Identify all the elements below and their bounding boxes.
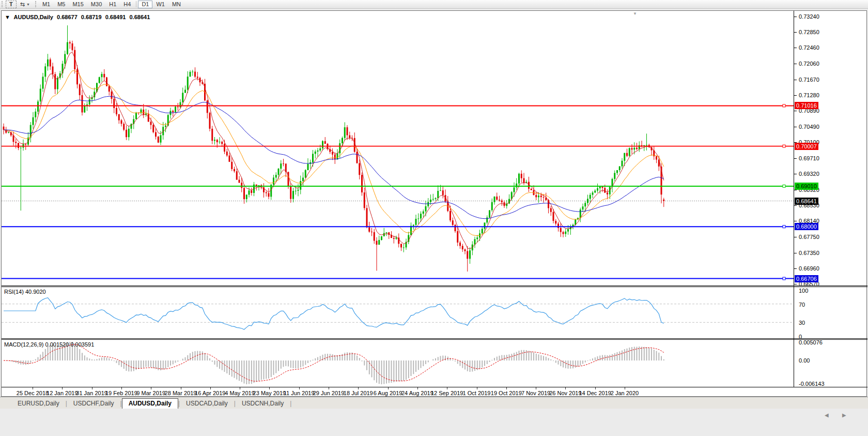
date-label: 23 May 2019 <box>253 390 286 396</box>
panel-separator[interactable] <box>2 387 867 387</box>
candle-body <box>135 113 137 119</box>
candle-body <box>344 127 346 138</box>
chart-tab-usdchf[interactable]: USDCHF,Daily <box>67 399 120 409</box>
rsi-axis-label: 70 <box>799 302 805 308</box>
text-tool-button[interactable]: T <box>6 1 17 8</box>
chart-tab-eurusd[interactable]: EURUSD,Daily <box>11 399 66 409</box>
candle-body <box>251 190 252 193</box>
candle-body <box>626 153 628 156</box>
candle-body <box>393 238 395 239</box>
panel-separator[interactable] <box>2 338 867 339</box>
price-level-label: 0.66706 <box>795 275 818 282</box>
axis-tick-label: 0.66960 <box>799 265 819 272</box>
candle-body <box>158 137 159 142</box>
chart-title: ▼ AUDUSD,Daily 0.68677 0.68719 0.68491 0… <box>5 14 152 20</box>
candle-body <box>482 229 483 233</box>
date-label: 28 Mar 2019 <box>165 390 197 396</box>
axis-tick-label: 0.72850 <box>799 29 819 35</box>
candle-body <box>3 127 5 130</box>
date-tick <box>33 387 33 389</box>
panel-separator[interactable] <box>2 285 867 286</box>
chart-tab-usdcad[interactable]: USDCAD,Daily <box>180 399 234 409</box>
candle-body <box>364 192 365 208</box>
chart-shift-marker-icon[interactable]: ▼ <box>633 11 637 16</box>
axis-tick-label: 0.72060 <box>799 61 819 67</box>
timeframe-button-w1[interactable]: W1 <box>152 1 168 8</box>
date-label: 2 Jan 2020 <box>611 390 639 396</box>
candle-body <box>234 169 235 171</box>
tab-scroll-left-icon[interactable]: ◀ <box>825 412 829 418</box>
timeframe-button-m30[interactable]: M30 <box>87 1 105 8</box>
candle-body <box>305 170 306 178</box>
axis-tick <box>794 174 797 174</box>
candle-body <box>99 77 100 83</box>
panel-separator[interactable] <box>2 287 867 287</box>
candle-body <box>40 89 41 102</box>
date-label: 12 Sep 2019 <box>431 390 463 396</box>
axis-tick-label: 0.69710 <box>799 155 819 161</box>
timeframe-button-mn[interactable]: MN <box>168 1 184 8</box>
axis-tick <box>794 253 797 253</box>
rsi-indicator-panel[interactable] <box>2 287 794 338</box>
candle-body <box>8 132 9 133</box>
chart-tab-usdcnh[interactable]: USDCNH,Daily <box>236 399 290 409</box>
candle-body <box>580 209 581 218</box>
level-line-handle[interactable] <box>783 145 785 147</box>
candle-body <box>484 222 486 229</box>
candle-body <box>646 145 647 145</box>
axis-tick <box>794 237 797 237</box>
candle-body <box>514 187 515 192</box>
candle-body <box>371 232 373 232</box>
axis-tick-label: 0.67350 <box>799 250 819 256</box>
candle-body <box>165 126 166 127</box>
candle-body <box>386 232 388 233</box>
date-label: 9 Mar 2019 <box>136 390 165 396</box>
candle-body <box>79 84 81 95</box>
date-tick <box>625 387 625 389</box>
price-level-label: 0.68000 <box>795 223 818 230</box>
candle-body <box>190 72 191 77</box>
arrow-tools-button[interactable]: ⇆▼ <box>17 1 34 8</box>
candle-body <box>246 194 247 199</box>
price-level-label: 0.69010 <box>795 183 818 190</box>
candle-body <box>111 92 113 99</box>
timeframe-button-d1[interactable]: D1 <box>138 1 152 8</box>
axis-tick <box>794 127 797 127</box>
candle-body <box>292 191 294 199</box>
candle-body <box>231 162 233 169</box>
candle-body <box>221 142 223 144</box>
candle-body <box>631 148 633 149</box>
timeframe-button-m5[interactable]: M5 <box>54 1 69 8</box>
candle-body <box>263 187 265 192</box>
candle-body <box>315 152 316 154</box>
candle-body <box>20 147 22 148</box>
level-line-handle[interactable] <box>783 104 785 107</box>
candle-body <box>342 138 343 143</box>
panel-separator[interactable] <box>2 339 867 340</box>
level-line-handle[interactable] <box>783 277 785 280</box>
candle-body <box>629 148 630 156</box>
date-label: 6 Aug 2019 <box>374 390 402 396</box>
timeframe-button-h4[interactable]: H4 <box>120 1 134 8</box>
chart-tab-audusd[interactable]: AUDUSD,Daily <box>122 398 178 409</box>
axis-tick-label: 0.69320 <box>799 171 819 177</box>
candle-body <box>396 237 397 238</box>
level-line-handle[interactable] <box>783 225 785 228</box>
timeframe-button-m15[interactable]: M15 <box>69 1 87 8</box>
tab-scroll-right-icon[interactable]: ▶ <box>842 412 846 418</box>
collapse-triangle-icon[interactable]: ▼ <box>5 14 10 20</box>
timeframe-button-h1[interactable]: H1 <box>105 1 120 8</box>
candle-body <box>563 232 564 234</box>
candle-body <box>410 226 412 235</box>
moving-average-line-15 <box>4 71 664 236</box>
axis-tick-label: 0.70490 <box>799 124 819 130</box>
macd-indicator-panel[interactable] <box>2 340 794 386</box>
level-line-handle[interactable] <box>783 185 785 187</box>
chart-window[interactable]: ▼ AUDUSD,Daily 0.68677 0.68719 0.68491 0… <box>1 10 867 397</box>
candle-body <box>619 167 621 170</box>
timeframe-button-m1[interactable]: M1 <box>39 1 54 8</box>
candle-body <box>663 200 664 201</box>
candle-body <box>67 42 68 54</box>
axis-tick-label: 0.71670 <box>799 77 819 83</box>
price-chart-panel[interactable] <box>2 11 794 285</box>
